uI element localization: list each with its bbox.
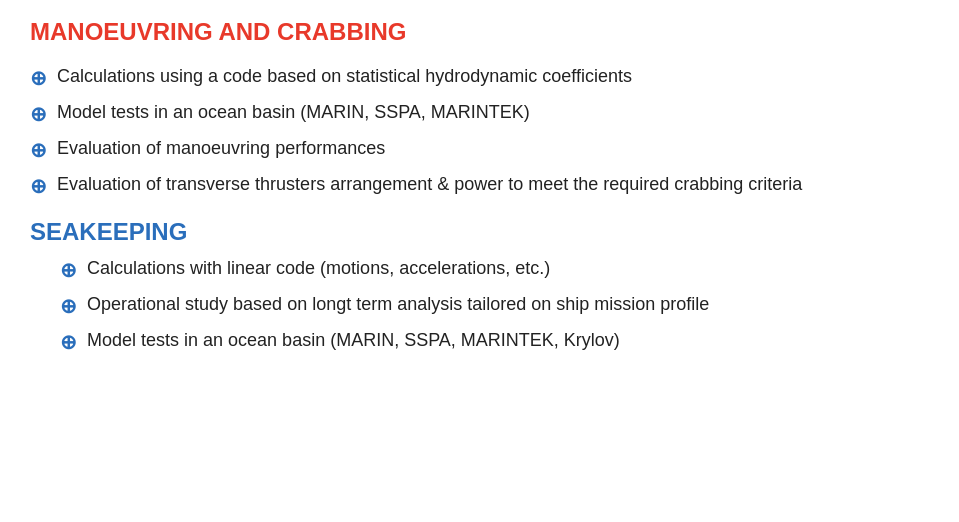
page: MANOEUVRING AND CRABBING ⊕ Calculations … [0, 0, 959, 522]
bullet-text-2: Model tests in an ocean basin (MARIN, SS… [57, 100, 929, 124]
list-item: ⊕ Calculations using a code based on sta… [30, 64, 929, 92]
sk-bullet-text-1: Calculations with linear code (motions, … [87, 256, 929, 280]
list-item: ⊕ Evaluation of transverse thrusters arr… [30, 172, 929, 200]
seakeeping-section: ⊕ Calculations with linear code (motions… [30, 256, 929, 356]
bullet-text-1: Calculations using a code based on stati… [57, 64, 929, 88]
bullet-icon-4: ⊕ [30, 173, 47, 200]
page-title: MANOEUVRING AND CRABBING [30, 18, 929, 46]
sk-bullet-icon-3: ⊕ [60, 329, 77, 356]
bullet-icon-1: ⊕ [30, 65, 47, 92]
list-item: ⊕ Model tests in an ocean basin (MARIN, … [30, 100, 929, 128]
sk-bullet-icon-1: ⊕ [60, 257, 77, 284]
list-item: ⊕ Model tests in an ocean basin (MARIN, … [60, 328, 929, 356]
sk-bullet-text-3: Model tests in an ocean basin (MARIN, SS… [87, 328, 929, 352]
manoeuvring-section: ⊕ Calculations using a code based on sta… [30, 64, 929, 200]
list-item: ⊕ Evaluation of manoeuvring performances [30, 136, 929, 164]
sk-bullet-icon-2: ⊕ [60, 293, 77, 320]
sk-bullet-text-2: Operational study based on longt term an… [87, 292, 929, 316]
bullet-text-3: Evaluation of manoeuvring performances [57, 136, 929, 160]
list-item: ⊕ Operational study based on longt term … [60, 292, 929, 320]
bullet-icon-2: ⊕ [30, 101, 47, 128]
list-item: ⊕ Calculations with linear code (motions… [60, 256, 929, 284]
bullet-icon-3: ⊕ [30, 137, 47, 164]
seakeeping-title: SEAKEEPING [30, 218, 929, 246]
bullet-text-4: Evaluation of transverse thrusters arran… [57, 172, 929, 196]
